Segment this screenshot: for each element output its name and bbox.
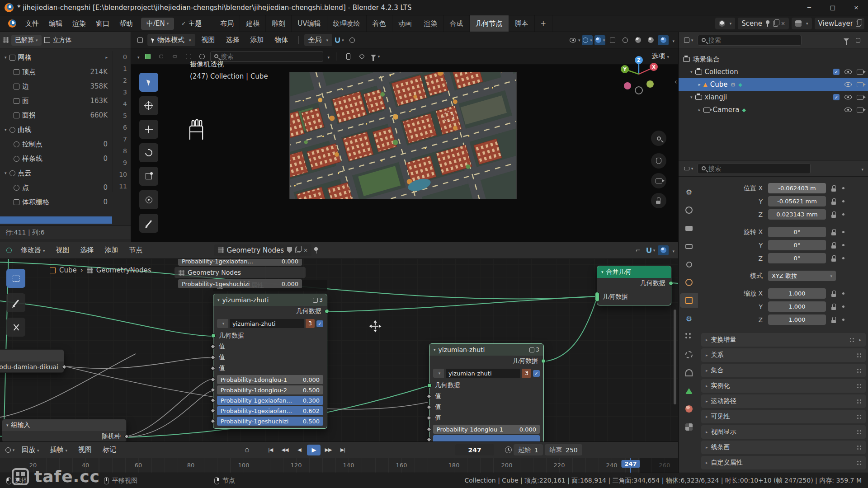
section-instancing[interactable]: ▸实例化 (701, 379, 866, 393)
lock-icon[interactable] (831, 291, 837, 297)
dataset-row-faces[interactable]: 面163K (0, 94, 112, 108)
location-z-field[interactable]: 0.023143 mm (768, 209, 826, 220)
parent-node-tree-button[interactable]: ⌐ (632, 245, 643, 255)
dataset-row-points[interactable]: 点0 (0, 180, 112, 195)
scale-y-field[interactable]: 1.000 (768, 301, 826, 312)
search-input[interactable] (221, 53, 319, 60)
tab-uv-editing[interactable]: UV编辑 (292, 15, 327, 32)
node-header[interactable]: ▾ yizumian-zhuti 3 (213, 294, 327, 306)
node-tree-selector[interactable]: Geometry Nodes × (214, 244, 312, 256)
lock-icon[interactable] (831, 211, 837, 218)
outliner-row-cube[interactable]: ▸ ▲ Cube ⚙ ◆ (679, 78, 868, 91)
outliner-row-collection[interactable]: ▾ Collection (679, 66, 868, 78)
navigation-gizmo[interactable]: Z X Y (618, 54, 660, 97)
rotation-z-field[interactable]: 0° (768, 253, 826, 263)
tab-rendering[interactable]: 渲染 (418, 15, 444, 32)
snap-dropdown[interactable] (645, 245, 656, 255)
play-reverse-button[interactable]: ◀ (292, 445, 306, 455)
floating-node-header[interactable]: Geometry Nodes (175, 267, 306, 278)
tool-annotate[interactable] (139, 214, 158, 233)
properties-editor-icon[interactable] (683, 164, 694, 174)
menu-window[interactable]: 窗口 (91, 18, 114, 30)
node-header[interactable]: ▾ 组输入 (0, 350, 64, 361)
menu-file[interactable]: 文件 (21, 18, 43, 30)
tab-world[interactable] (680, 275, 698, 290)
tab-render[interactable] (680, 203, 698, 217)
tab-modifiers[interactable]: ⚙ (680, 311, 698, 326)
shading-dropdown[interactable] (670, 37, 675, 44)
menu-view[interactable]: 视图 (74, 444, 96, 456)
language-toggle[interactable]: 中/EN (141, 18, 174, 30)
hide-eye-icon[interactable] (844, 94, 852, 100)
viewport-editor-icon[interactable] (135, 35, 146, 45)
scale-x-field[interactable]: 1.000 (768, 288, 826, 299)
multi-input-socket[interactable] (595, 292, 599, 302)
section-motion-paths[interactable]: ▸运动路径 (701, 394, 866, 408)
section-delta-transform[interactable]: ▸变换增量 (701, 333, 866, 347)
outliner-search[interactable] (698, 35, 802, 46)
pin-icon[interactable] (765, 20, 770, 27)
dataset-row-vertices[interactable]: 顶点214K (0, 65, 112, 79)
menu-view[interactable]: 视图 (197, 34, 220, 46)
properties-search[interactable] (698, 163, 811, 174)
menu-object[interactable]: 物体 (270, 34, 293, 46)
drag-handle-icon[interactable] (857, 446, 861, 450)
output-socket[interactable] (541, 359, 546, 363)
pin-icon[interactable] (313, 247, 319, 253)
slider-probability[interactable]: Probability-1gexiaofan...0.300 (217, 396, 323, 405)
minimize-button[interactable]: ─ (797, 0, 821, 15)
menu-node[interactable]: 节点 (125, 244, 147, 256)
tool-rotate[interactable] (139, 143, 158, 162)
id-browse-button[interactable] (217, 319, 228, 328)
node-header[interactable]: ▾ 组输入 (2, 419, 126, 431)
search-input[interactable] (708, 37, 797, 44)
animate-dot[interactable] (842, 257, 844, 259)
menu-keying[interactable]: 插帧 (46, 444, 72, 456)
menu-view[interactable]: 视图 (52, 244, 74, 256)
mode-dropdown[interactable]: 物体模式 (147, 34, 195, 46)
node-param[interactable]: Probability-1geshuchizi0.000 (178, 279, 302, 288)
tool-cursor[interactable] (139, 96, 158, 115)
timeline-playhead[interactable]: 247 (630, 458, 631, 473)
id-user-count[interactable]: 3 (306, 319, 315, 328)
next-keyframe-button[interactable]: ▶▶ (321, 445, 335, 455)
current-frame-field[interactable]: 247 (455, 444, 494, 455)
overlay-dropdown[interactable] (670, 247, 675, 254)
outliner-options-icon[interactable] (853, 35, 863, 45)
location-x-field[interactable]: -0.062403 m (768, 183, 826, 193)
unlink-icon[interactable]: × (303, 247, 308, 253)
floating-node-geometry-nodes[interactable]: Probability-1gexiaofan...0.000 Geometry … (175, 255, 306, 290)
node-yizumian-zhuti-a[interactable]: ▾ yizumian-zhuti 3 几何数据 yizumian-zhuti 3… (213, 294, 327, 429)
location-y-field[interactable]: -0.05621 mm (768, 196, 826, 206)
tab-modeling[interactable]: 建模 (240, 15, 266, 32)
dataset-row-control-points[interactable]: 控制点0 (0, 137, 112, 151)
hide-eye-icon[interactable] (844, 69, 852, 75)
node-group-input-left[interactable]: ▾ 组输入 aodu-damian-dikuai (0, 349, 64, 373)
viewlayer-type-icon[interactable] (792, 18, 812, 29)
animate-dot[interactable] (842, 319, 844, 321)
section-collections[interactable]: ▸集合 (701, 364, 866, 377)
dataset-row-selected-partial[interactable] (0, 216, 112, 224)
menu-select[interactable]: 选择 (222, 34, 244, 46)
animate-dot[interactable] (842, 213, 844, 216)
lock-icon[interactable] (831, 198, 837, 205)
animate-dot[interactable] (842, 244, 844, 246)
dataset-filter-dropdown[interactable]: 已解算 (11, 35, 42, 46)
rotation-x-field[interactable]: 0° (768, 227, 826, 237)
lock-icon[interactable] (831, 242, 837, 249)
bookmark-icon[interactable] (343, 52, 354, 61)
tab-object[interactable] (680, 293, 698, 308)
scrollbar[interactable] (674, 310, 676, 404)
menu-add[interactable]: 添加 (100, 244, 123, 256)
timeline-editor-icon[interactable] (5, 445, 15, 455)
input-socket[interactable] (211, 333, 216, 338)
render-restrict-icon[interactable] (857, 108, 863, 113)
auto-key-button[interactable]: ○ (240, 445, 254, 455)
rotation-y-field[interactable]: 0° (768, 240, 826, 250)
copy-icon[interactable] (856, 21, 861, 27)
tab-compositing[interactable]: 合成 (444, 15, 470, 32)
dataset-row-edges[interactable]: 边358K (0, 79, 112, 94)
fake-user-checkbox[interactable] (533, 370, 540, 377)
search-filter-dropdown[interactable] (326, 53, 330, 60)
id-browse-button[interactable] (433, 369, 444, 378)
